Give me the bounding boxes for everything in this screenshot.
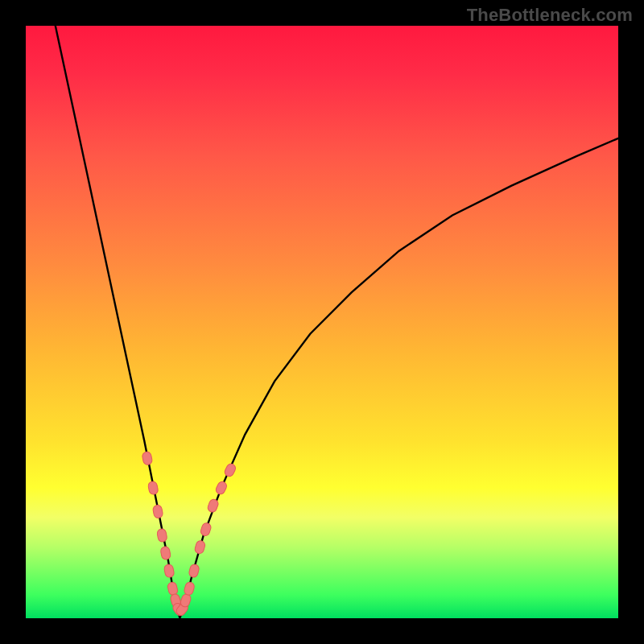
plot-area bbox=[26, 26, 618, 618]
curve-marker bbox=[167, 581, 178, 596]
curve-marker bbox=[184, 581, 196, 596]
curve-marker bbox=[214, 481, 228, 496]
curve-marker bbox=[142, 451, 153, 465]
curve-marker bbox=[160, 546, 171, 560]
bottleneck-curve bbox=[56, 26, 618, 618]
curve-marker bbox=[156, 528, 167, 543]
curve-marker bbox=[194, 539, 206, 554]
curve-marker bbox=[200, 522, 212, 537]
curve-marker bbox=[152, 505, 163, 519]
curve-marker bbox=[188, 564, 200, 578]
marker-group bbox=[142, 451, 237, 617]
curve-marker bbox=[147, 481, 159, 495]
curve-marker bbox=[223, 462, 237, 477]
watermark-text: TheBottleneck.com bbox=[467, 5, 633, 26]
curve-layer bbox=[26, 26, 618, 618]
curve-marker bbox=[163, 564, 175, 578]
chart-frame: TheBottleneck.com bbox=[0, 0, 644, 644]
